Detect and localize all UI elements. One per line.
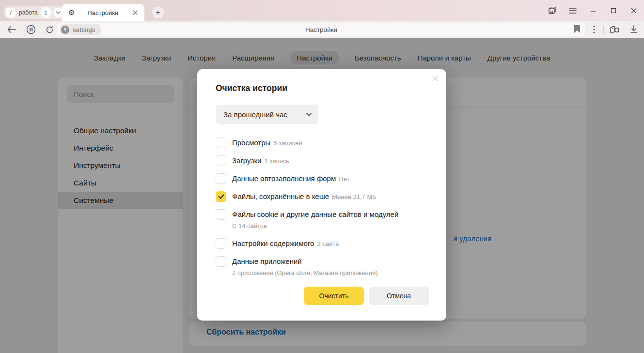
row-browsing-history[interactable]: Просмотры5 записей — [216, 138, 428, 149]
dialog-title: Очистка истории — [216, 83, 428, 93]
row-count: 5 записей — [273, 139, 302, 147]
checkbox[interactable] — [216, 238, 226, 249]
yandex-logo-icon[interactable]: Я — [24, 23, 38, 36]
period-select[interactable]: За прошедший час — [216, 105, 318, 124]
row-count: 2 сайта — [317, 240, 339, 247]
tab-group-badge: 1 — [41, 8, 51, 17]
row-app-data[interactable]: Данные приложений 2 приложения (Opera st… — [216, 256, 428, 278]
bookmark-icon[interactable] — [574, 25, 581, 33]
collections-icon[interactable] — [608, 23, 621, 36]
checkbox-checked[interactable] — [216, 191, 226, 202]
checkbox[interactable] — [216, 209, 226, 220]
row-sub-count: 2 приложения (Opera store, Магазин прило… — [232, 268, 377, 278]
row-label: Данные автозаполнения форм — [232, 174, 336, 183]
row-cookies[interactable]: Файлы cookie и другие данные сайтов и мо… — [216, 209, 428, 231]
clear-history-dialog: Очистка истории За прошедший час Просмот… — [197, 69, 446, 321]
row-content-settings[interactable]: Настройки содержимого2 сайта — [216, 238, 428, 249]
svg-text:Я: Я — [29, 27, 32, 32]
row-count: Менее 31,7 МБ — [332, 193, 377, 200]
tab-group-count-badge: 7 — [6, 8, 16, 17]
checkbox[interactable] — [216, 138, 226, 148]
kebab-menu-icon[interactable] — [587, 23, 601, 36]
toolbar-separator — [603, 26, 604, 33]
cancel-button[interactable]: Отмена — [369, 287, 429, 305]
row-label: Данные приложений — [232, 257, 302, 265]
omnibox[interactable]: Y settings Настройки — [57, 23, 585, 36]
gear-icon: ⚙ — [68, 8, 75, 17]
period-select-value: За прошедший час — [223, 110, 287, 119]
url-text: settings — [73, 26, 95, 33]
row-sub-count: С 14 сайтов — [232, 221, 398, 231]
row-downloads[interactable]: Загрузки1 запись — [216, 155, 428, 167]
site-badge-icon: Y — [61, 26, 69, 34]
checkbox[interactable] — [216, 173, 226, 184]
omnibox-page-title: Настройки — [57, 23, 585, 36]
tab-close-icon[interactable] — [131, 9, 140, 16]
menu-icon[interactable] — [565, 4, 580, 17]
data-type-list: Просмотры5 записей Загрузки1 запись Данн… — [216, 138, 428, 278]
clear-button[interactable]: Очистить — [304, 287, 364, 305]
tab-group-pill[interactable]: 7 работа 1 — [4, 6, 65, 19]
chevron-down-icon — [306, 113, 312, 116]
tab-title: Настройки — [75, 9, 131, 16]
tab-separator — [58, 8, 58, 15]
back-icon[interactable] — [5, 23, 18, 36]
new-tab-button[interactable]: + — [152, 7, 164, 18]
checkbox[interactable] — [216, 155, 226, 166]
checkbox[interactable] — [216, 256, 226, 267]
url-chip[interactable]: Y settings — [60, 24, 101, 35]
row-autofill[interactable]: Данные автозаполнения формНет — [216, 173, 428, 184]
tab-group-name: работа — [18, 9, 39, 16]
row-cached-files[interactable]: Файлы, сохранённые в кешеМенее 31,7 МБ — [216, 191, 428, 202]
row-label: Файлы cookie и другие данные сайтов и мо… — [232, 210, 398, 218]
address-toolbar: Я Y settings Настройки — [0, 21, 644, 38]
download-icon[interactable] — [627, 23, 641, 36]
row-label: Настройки содержимого — [232, 239, 314, 247]
reload-icon[interactable] — [43, 23, 56, 36]
row-label: Файлы, сохранённые в кеше — [232, 192, 329, 200]
row-label: Просмотры — [232, 138, 270, 147]
minimize-icon[interactable] — [586, 4, 600, 17]
maximize-icon[interactable] — [606, 4, 621, 17]
close-icon[interactable] — [627, 4, 641, 17]
browser-window: 7 работа 1 ⚙ Настройки + — [0, 0, 644, 353]
row-label: Загрузки — [232, 156, 261, 165]
tab-bar: 7 работа 1 ⚙ Настройки + — [0, 0, 644, 21]
side-panel-icon[interactable] — [545, 4, 560, 17]
row-count: 1 запись — [264, 157, 289, 165]
dialog-close-icon[interactable] — [429, 72, 441, 85]
row-count: Нет — [339, 175, 349, 183]
tab-settings[interactable]: ⚙ Настройки — [62, 4, 144, 21]
